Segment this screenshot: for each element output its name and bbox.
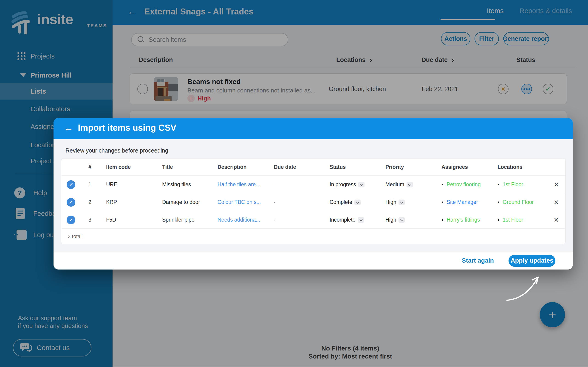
row-assignee[interactable]: Petrov flooring — [441, 176, 481, 193]
row-count-label: 3 total — [68, 228, 137, 244]
row-description-link[interactable]: Colour TBC on s... — [217, 193, 261, 211]
row-title: Missing tiles — [162, 176, 191, 193]
row-due-date: - — [274, 211, 276, 229]
modal-back-arrow-icon[interactable]: ← — [64, 123, 73, 133]
hint-arrow-annotation — [501, 271, 547, 307]
row-item-code: URE — [106, 176, 117, 193]
dropdown-chevron-icon — [358, 217, 364, 223]
row-location[interactable]: 1st Floor — [498, 211, 523, 229]
row-status-dropdown[interactable]: Complete — [330, 193, 361, 211]
row-status-dropdown[interactable]: Incomplete — [330, 211, 364, 229]
edit-row-button[interactable] — [67, 216, 75, 224]
row-item-code: KRP — [106, 193, 117, 211]
dropdown-chevron-icon — [398, 217, 405, 223]
row-assignee[interactable]: Site Manager — [441, 193, 478, 211]
csv-col-status: Status — [330, 158, 346, 175]
pencil-icon — [69, 182, 73, 187]
import-csv-modal: ← Import items using CSV Review your cha… — [53, 118, 573, 269]
csv-row-1: 1 URE Missing tiles Half the tiles are..… — [61, 175, 565, 193]
modal-subtitle: Review your changes before proceeding — [65, 147, 168, 154]
csv-row-2: 2 KRP Damage to door Colour TBC on s... … — [61, 193, 565, 211]
row-due-date: - — [274, 193, 276, 211]
table-footer-divider — [61, 228, 565, 229]
modal-title: Import items using CSV — [78, 123, 176, 133]
pencil-icon — [69, 218, 73, 222]
dropdown-chevron-icon — [358, 182, 364, 187]
row-assignee[interactable]: Harry's fittings — [441, 211, 480, 229]
row-priority-dropdown[interactable]: High — [385, 193, 405, 211]
modal-footer: Start again Apply updates — [53, 252, 573, 269]
row-title: Damage to door — [162, 193, 200, 211]
dropdown-chevron-icon — [406, 182, 413, 187]
csv-col-num: # — [88, 158, 91, 175]
row-priority-dropdown[interactable]: Medium — [385, 176, 413, 193]
row-num: 1 — [88, 176, 91, 193]
apply-updates-button[interactable]: Apply updates — [509, 255, 555, 267]
row-description-link[interactable]: Needs additiona... — [217, 211, 260, 229]
row-due-date: - — [274, 176, 276, 193]
pencil-icon — [69, 200, 73, 205]
csv-col-priority: Priority — [385, 158, 404, 175]
csv-col-title: Title — [162, 158, 173, 175]
row-status-dropdown[interactable]: In progress — [330, 176, 364, 193]
row-item-code: F5D — [106, 211, 116, 229]
row-location[interactable]: 1st Floor — [498, 176, 523, 193]
row-description-link[interactable]: Half the tiles are... — [217, 176, 260, 193]
csv-col-locations: Locations — [498, 158, 523, 175]
csv-col-due-date: Due date — [274, 158, 296, 175]
dropdown-chevron-icon — [398, 200, 405, 205]
remove-row-button[interactable]: × — [550, 211, 562, 229]
row-priority-dropdown[interactable]: High — [385, 211, 405, 229]
csv-row-3: 3 F5D Sprinkler pipe Needs additiona... … — [61, 211, 565, 229]
csv-review-table: # Item code Title Description Due date S… — [61, 158, 565, 244]
edit-row-button[interactable] — [67, 198, 75, 207]
modal-header: ← Import items using CSV — [53, 118, 573, 139]
row-title: Sprinkler pipe — [162, 211, 195, 229]
csv-col-item-code: Item code — [106, 158, 131, 175]
dropdown-chevron-icon — [355, 200, 361, 205]
row-num: 3 — [88, 211, 91, 229]
remove-row-button[interactable]: × — [550, 193, 562, 211]
remove-row-button[interactable]: × — [550, 176, 562, 193]
row-num: 2 — [88, 193, 91, 211]
edit-row-button[interactable] — [67, 180, 75, 189]
start-again-button[interactable]: Start again — [462, 257, 494, 264]
csv-col-description: Description — [217, 158, 247, 175]
row-location[interactable]: Ground Floor — [498, 193, 534, 211]
csv-col-assignees: Assignees — [441, 158, 468, 175]
